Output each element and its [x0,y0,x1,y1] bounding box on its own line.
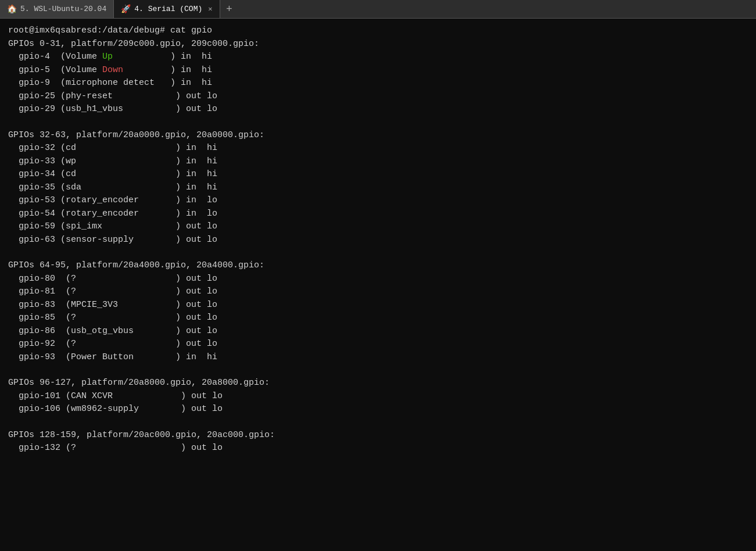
gpio-101: gpio-101 (CAN XCVR ) out lo [8,390,748,403]
tab-wsl[interactable]: 🏠 5. WSL-Ubuntu-20.04 [0,0,114,18]
tab-serial-icon: 🚀 [121,4,131,14]
tab-bar: 🏠 5. WSL-Ubuntu-20.04 🚀 4. Serial (COM) … [0,0,756,19]
gpio-85: gpio-85 (? ) out lo [8,312,748,325]
section-3-header: GPIOs 96-127, platform/20a8000.gpio, 20a… [8,377,748,390]
section-2-header: GPIOs 64-95, platform/20a4000.gpio, 20a4… [8,259,748,273]
gpio-5: gpio-5 (Volume Down ) in hi [8,64,748,77]
gpio-32: gpio-32 (cd ) in hi [8,142,748,155]
gpio-35: gpio-35 (sda ) in hi [8,181,748,195]
gpio-33: gpio-33 (wp ) in hi [8,155,748,169]
gpio-29: gpio-29 (usb_h1_vbus ) out lo [8,103,748,116]
gpio-106: gpio-106 (wm8962-supply ) out lo [8,403,748,416]
gpio-9: gpio-9 (microphone detect ) in hi [8,77,748,90]
gpio-53: gpio-53 (rotary_encoder ) in lo [8,194,748,207]
terminal: root@imx6qsabresd:/data/debug# cat gpio … [0,19,756,551]
tab-wsl-label: 5. WSL-Ubuntu-20.04 [20,5,106,13]
terminal-prompt: root@imx6qsabresd:/data/debug# cat gpio [8,24,748,38]
gpio-93: gpio-93 (Power Button ) in hi [8,351,748,364]
gpio-63: gpio-63 (sensor-supply ) out lo [8,234,748,247]
tab-wsl-icon: 🏠 [7,4,17,14]
new-tab-button[interactable]: + [220,0,239,18]
gpio-92: gpio-92 (? ) out lo [8,338,748,351]
gpio-81: gpio-81 (? ) out lo [8,285,748,299]
tab-serial-close[interactable]: ✕ [208,5,212,13]
gpio-59: gpio-59 (spi_imx ) out lo [8,220,748,234]
section-4-header: GPIOs 128-159, platform/20ac000.gpio, 20… [8,429,748,442]
gpio-25: gpio-25 (phy-reset ) out lo [8,90,748,103]
gpio-80: gpio-80 (? ) out lo [8,273,748,286]
gpio-83: gpio-83 (MPCIE_3V3 ) out lo [8,299,748,312]
section-1-header: GPIOs 32-63, platform/20a0000.gpio, 20a0… [8,129,748,142]
gpio-132: gpio-132 (? ) out lo [8,442,748,455]
tab-serial-label: 4. Serial (COM) [134,5,202,13]
tab-serial[interactable]: 🚀 4. Serial (COM) ✕ [114,0,220,18]
gpio-4: gpio-4 (Volume Up ) in hi [8,51,748,64]
section-0-header: GPIOs 0-31, platform/209c000.gpio, 209c0… [8,38,748,51]
gpio-34: gpio-34 (cd ) in hi [8,168,748,181]
gpio-54: gpio-54 (rotary_encoder ) in lo [8,207,748,221]
gpio-86: gpio-86 (usb_otg_vbus ) out lo [8,325,748,338]
